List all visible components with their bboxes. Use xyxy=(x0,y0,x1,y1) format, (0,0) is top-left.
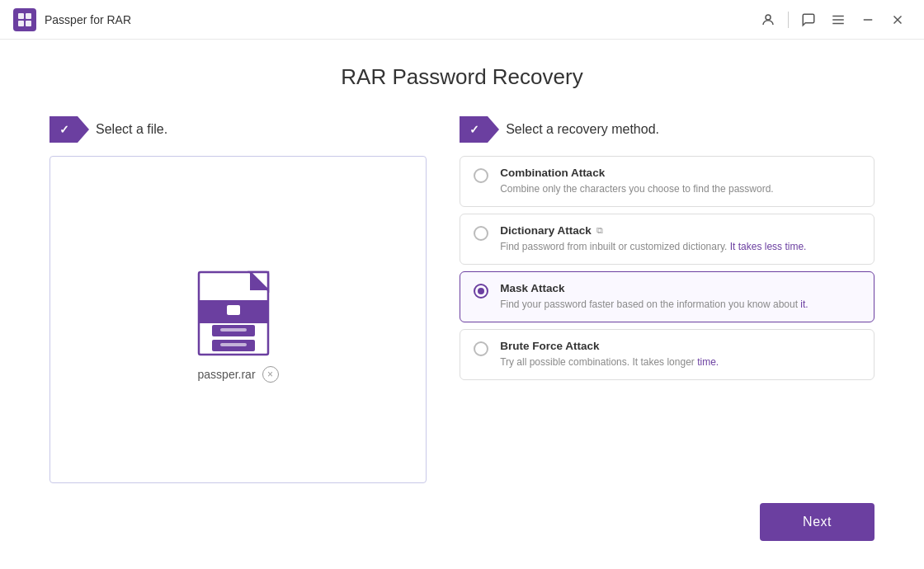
select-method-header: ✓ Select a recovery method. xyxy=(460,116,874,143)
bruteforce-radio[interactable] xyxy=(474,341,488,356)
check-mark-file: ✓ xyxy=(59,123,69,136)
combination-attack-desc: Combine only the characters you choose t… xyxy=(500,181,860,196)
mask-attack-name: Mask Attack xyxy=(500,282,564,294)
right-section: ✓ Select a recovery method. Combination … xyxy=(460,116,874,483)
mask-attack-option[interactable]: Mask Attack Find your password faster ba… xyxy=(460,271,874,322)
svg-rect-0 xyxy=(18,13,24,19)
titlebar: Passper for RAR xyxy=(0,0,924,40)
mask-title-row: Mask Attack xyxy=(500,282,860,294)
svg-rect-19 xyxy=(220,343,247,346)
dictionary-title-row: Dictionary Attack ⧉ xyxy=(500,224,860,237)
minimize-icon[interactable] xyxy=(855,7,881,33)
combination-attack-name: Combination Attack xyxy=(500,167,605,179)
dictionary-attack-name: Dictionary Attack xyxy=(500,224,592,237)
dictionary-attack-desc: Find password from inbuilt or customized… xyxy=(500,239,860,254)
bruteforce-attack-info: Brute Force Attack Try all possible comb… xyxy=(500,340,860,369)
file-name-row: passper.rar × xyxy=(198,366,279,383)
select-file-header: ✓ Select a file. xyxy=(50,116,427,143)
check-mark-method: ✓ xyxy=(469,123,479,136)
left-section: ✓ Select a file. xyxy=(50,116,427,483)
file-name-label: passper.rar xyxy=(198,368,256,381)
bruteforce-attack-option[interactable]: Brute Force Attack Try all possible comb… xyxy=(460,329,874,380)
mask-attack-info: Mask Attack Find your password faster ba… xyxy=(500,282,860,312)
combination-title-row: Combination Attack xyxy=(500,167,860,179)
svg-rect-3 xyxy=(26,21,31,26)
page-title: RAR Password Recovery xyxy=(50,64,874,90)
dictionary-attack-option[interactable]: Dictionary Attack ⧉ Find password from i… xyxy=(460,214,874,265)
combination-attack-option[interactable]: Combination Attack Combine only the char… xyxy=(460,156,874,207)
bottom-row: Next xyxy=(50,503,874,544)
mask-radio-dot xyxy=(478,288,484,294)
file-drop-area[interactable]: passper.rar × xyxy=(50,156,427,483)
dictionary-link-icon: ⧉ xyxy=(596,225,603,236)
app-logo xyxy=(13,8,36,31)
next-button[interactable]: Next xyxy=(760,503,874,541)
svg-rect-15 xyxy=(227,305,240,315)
select-file-label: Select a file. xyxy=(96,122,167,137)
titlebar-right xyxy=(755,7,911,33)
chat-icon[interactable] xyxy=(795,7,822,33)
select-method-label: Select a recovery method. xyxy=(506,122,659,137)
rar-file-icon xyxy=(197,257,280,356)
step-badge-file: ✓ xyxy=(50,116,78,143)
svg-rect-2 xyxy=(18,21,24,26)
combination-radio[interactable] xyxy=(474,168,488,183)
app-title: Passper for RAR xyxy=(45,13,131,26)
titlebar-left: Passper for RAR xyxy=(13,8,131,31)
bruteforce-attack-desc: Try all possible combinations. It takes … xyxy=(500,355,860,369)
bruteforce-attack-name: Brute Force Attack xyxy=(500,340,599,352)
close-icon[interactable] xyxy=(884,7,911,33)
svg-point-4 xyxy=(766,15,771,20)
dictionary-attack-info: Dictionary Attack ⧉ Find password from i… xyxy=(500,224,860,254)
bruteforce-title-row: Brute Force Attack xyxy=(500,340,860,352)
file-remove-button[interactable]: × xyxy=(262,366,279,383)
mask-attack-desc: Find your password faster based on the i… xyxy=(500,297,860,312)
dictionary-radio[interactable] xyxy=(474,226,488,241)
sections-row: ✓ Select a file. xyxy=(50,116,874,483)
titlebar-separator xyxy=(788,12,789,28)
step-badge-method: ✓ xyxy=(460,116,488,143)
attack-options: Combination Attack Combine only the char… xyxy=(460,156,874,380)
rar-icon-wrapper: passper.rar × xyxy=(197,257,280,383)
mask-radio[interactable] xyxy=(474,284,488,299)
svg-rect-1 xyxy=(26,13,31,19)
main-content: RAR Password Recovery ✓ Select a file. xyxy=(0,40,924,569)
svg-rect-17 xyxy=(220,328,247,332)
menu-icon[interactable] xyxy=(825,7,851,33)
user-icon[interactable] xyxy=(755,7,781,33)
combination-attack-info: Combination Attack Combine only the char… xyxy=(500,167,860,196)
